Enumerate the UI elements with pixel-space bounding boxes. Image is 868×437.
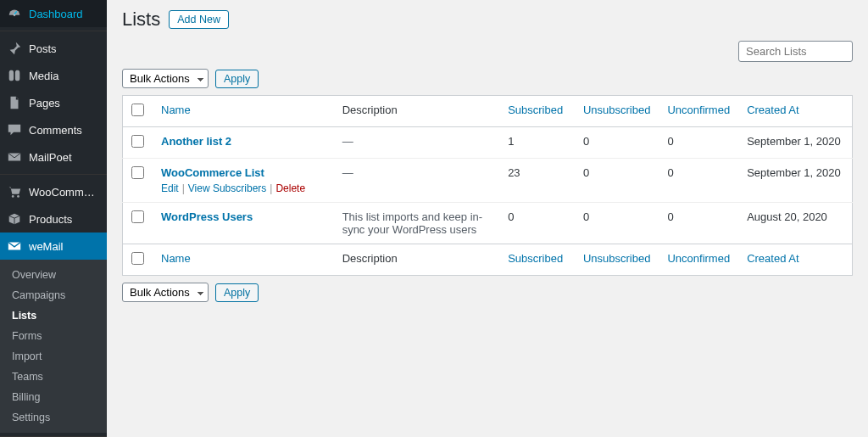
apply-button-top[interactable]: Apply [215, 70, 259, 88]
apply-button-bottom[interactable]: Apply [215, 283, 259, 302]
sidebar-item-wemail[interactable]: weMail [0, 233, 107, 260]
sidebar-item-label: Media [29, 70, 100, 82]
row-checkbox[interactable] [131, 135, 144, 148]
dash-icon [7, 6, 22, 21]
sidebar-item-label: WooCommerce [29, 186, 100, 199]
table-row: Another list 2—100September 1, 2020 [123, 127, 853, 159]
table-row: WordPress UsersThis list imports and kee… [123, 203, 853, 244]
cell-description: — [334, 159, 500, 203]
sidebar-item-comments[interactable]: Comments [0, 116, 107, 143]
table-row: WooCommerce ListEdit|View Subscribers|De… [123, 159, 853, 203]
sidebar-item-label: MailPoet [29, 151, 100, 164]
col-created[interactable]: Created At [747, 104, 798, 116]
col-created-foot[interactable]: Created At [747, 252, 798, 265]
cell-unconfirmed: 0 [659, 159, 738, 203]
box-icon [7, 211, 22, 227]
col-unconfirmed-foot[interactable]: Unconfirmed [667, 252, 730, 265]
cell-unconfirmed: 0 [659, 127, 738, 159]
media-icon [7, 68, 22, 83]
row-delete[interactable]: Delete [275, 182, 305, 194]
cell-unsubscribed: 0 [575, 127, 659, 159]
cell-subscribed: 23 [499, 159, 575, 203]
cell-description: — [334, 127, 500, 159]
mail-icon [7, 149, 22, 165]
sidebar-item-label: Comments [29, 124, 100, 137]
submenu-item-settings[interactable]: Settings [0, 407, 107, 428]
row-view-subscribers[interactable]: View Subscribers [188, 182, 266, 194]
cell-created: September 1, 2020 [738, 159, 852, 203]
col-subscribed[interactable]: Subscribed [508, 104, 563, 116]
col-subscribed-foot[interactable]: Subscribed [508, 252, 563, 265]
cell-subscribed: 1 [499, 127, 575, 159]
svg-point-2 [17, 195, 19, 198]
col-name-foot[interactable]: Name [161, 252, 191, 265]
sidebar-item-label: Pages [29, 97, 100, 109]
sidebar-item-woocommerce[interactable]: WooCommerce [0, 178, 107, 205]
row-actions: Edit|View Subscribers|Delete [161, 182, 326, 194]
main-content: Lists Add New Bulk Actions Apply Name De… [107, 0, 868, 437]
submenu-item-billing[interactable]: Billing [0, 387, 107, 407]
cart-icon [7, 184, 22, 199]
row-edit[interactable]: Edit [161, 182, 179, 194]
bulk-actions-select-bottom[interactable]: Bulk Actions [122, 283, 209, 302]
add-new-button[interactable]: Add New [169, 10, 229, 29]
col-description-foot: Description [342, 252, 398, 265]
cell-created: August 20, 2020 [738, 203, 852, 244]
lists-table: Name Description Subscribed Unsubscribed… [122, 95, 853, 276]
comment-icon [7, 122, 22, 137]
row-title-link[interactable]: WordPress Users [161, 210, 253, 223]
sidebar-item-posts[interactable]: Posts [0, 35, 107, 62]
submenu-item-lists[interactable]: Lists [0, 305, 107, 326]
sidebar-item-label: weMail [29, 240, 100, 253]
col-unsubscribed-foot[interactable]: Unsubscribed [583, 252, 651, 265]
row-title-link[interactable]: Another list 2 [161, 135, 231, 148]
submenu-item-teams[interactable]: Teams [0, 367, 107, 387]
select-all-bottom[interactable] [131, 252, 144, 265]
envelope-icon [7, 238, 22, 254]
sidebar-item-mailpoet[interactable]: MailPoet [0, 143, 107, 171]
sidebar-item-label: Dashboard [29, 8, 100, 20]
select-all-top[interactable] [131, 104, 144, 116]
bulk-actions-select-top[interactable]: Bulk Actions [122, 69, 209, 88]
admin-sidebar: DashboardPostsMediaPagesCommentsMailPoet… [0, 0, 107, 437]
col-unsubscribed[interactable]: Unsubscribed [583, 104, 651, 116]
sidebar-item-pages[interactable]: Pages [0, 89, 107, 116]
submenu-item-import[interactable]: Import [0, 346, 107, 367]
row-checkbox[interactable] [131, 166, 144, 179]
sidebar-item-label: Posts [29, 42, 100, 55]
row-title-link[interactable]: WooCommerce List [161, 166, 264, 179]
cell-subscribed: 0 [499, 203, 575, 244]
pin-icon [7, 41, 22, 56]
search-input[interactable] [738, 41, 853, 62]
col-description: Description [342, 104, 398, 116]
col-unconfirmed[interactable]: Unconfirmed [667, 104, 730, 116]
sidebar-item-media[interactable]: Media [0, 62, 107, 89]
submenu-item-forms[interactable]: Forms [0, 326, 107, 346]
submenu-item-campaigns[interactable]: Campaigns [0, 285, 107, 305]
cell-created: September 1, 2020 [738, 127, 852, 159]
page-title: Lists [122, 8, 160, 31]
col-name[interactable]: Name [161, 104, 191, 116]
cell-unsubscribed: 0 [575, 203, 659, 244]
sidebar-item-products[interactable]: Products [0, 205, 107, 233]
submenu-item-overview[interactable]: Overview [0, 265, 107, 285]
cell-unconfirmed: 0 [659, 203, 738, 244]
cell-description: This list imports and keep in-sync your … [334, 203, 500, 244]
row-checkbox[interactable] [131, 210, 144, 223]
cell-unsubscribed: 0 [575, 159, 659, 203]
sidebar-item-dashboard[interactable]: Dashboard [0, 0, 107, 27]
svg-point-1 [12, 195, 14, 198]
sidebar-item-label: Products [29, 213, 100, 226]
page-icon [7, 95, 22, 110]
